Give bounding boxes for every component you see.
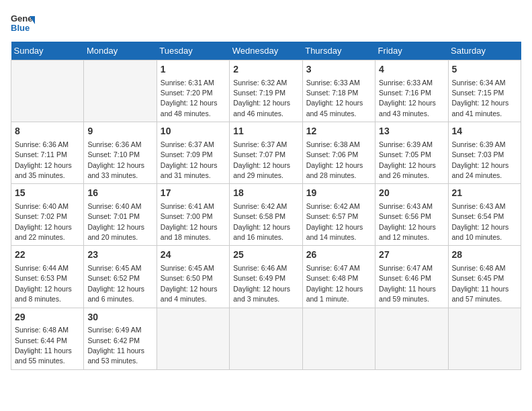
calendar-day: 9Sunrise: 6:36 AMSunset: 7:10 PMDaylight… bbox=[84, 122, 157, 184]
day-number: 22 bbox=[15, 248, 80, 262]
day-info: Sunrise: 6:49 AMSunset: 6:42 PMDaylight:… bbox=[87, 326, 144, 365]
calendar-day: 2Sunrise: 6:32 AMSunset: 7:19 PMDaylight… bbox=[230, 60, 302, 122]
day-number: 5 bbox=[452, 63, 517, 77]
calendar-day: 11Sunrise: 6:37 AMSunset: 7:07 PMDayligh… bbox=[230, 122, 302, 184]
day-info: Sunrise: 6:39 AMSunset: 7:03 PMDaylight:… bbox=[452, 140, 509, 179]
calendar-day: 28Sunrise: 6:48 AMSunset: 6:45 PMDayligh… bbox=[448, 246, 521, 308]
day-info: Sunrise: 6:37 AMSunset: 7:07 PMDaylight:… bbox=[233, 140, 290, 179]
day-number: 12 bbox=[306, 125, 371, 138]
day-info: Sunrise: 6:40 AMSunset: 7:01 PMDaylight:… bbox=[87, 202, 144, 241]
day-number: 27 bbox=[379, 248, 444, 262]
calendar-day: 5Sunrise: 6:34 AMSunset: 7:15 PMDaylight… bbox=[448, 60, 521, 122]
calendar-day: 4Sunrise: 6:33 AMSunset: 7:16 PMDaylight… bbox=[375, 60, 448, 122]
day-number: 18 bbox=[233, 187, 298, 200]
weekday-header: Thursday bbox=[302, 42, 375, 60]
day-info: Sunrise: 6:45 AMSunset: 6:50 PMDaylight:… bbox=[161, 264, 218, 303]
day-info: Sunrise: 6:43 AMSunset: 6:54 PMDaylight:… bbox=[452, 202, 509, 241]
calendar-day bbox=[11, 60, 84, 122]
logo: General Blue bbox=[11, 11, 35, 35]
weekday-header: Wednesday bbox=[230, 42, 302, 60]
calendar-day: 25Sunrise: 6:46 AMSunset: 6:49 PMDayligh… bbox=[230, 246, 302, 308]
day-info: Sunrise: 6:44 AMSunset: 6:53 PMDaylight:… bbox=[15, 264, 72, 303]
day-number: 9 bbox=[87, 125, 152, 138]
day-info: Sunrise: 6:43 AMSunset: 6:56 PMDaylight:… bbox=[379, 202, 436, 241]
day-info: Sunrise: 6:39 AMSunset: 7:05 PMDaylight:… bbox=[379, 140, 436, 179]
calendar-week-row: 22Sunrise: 6:44 AMSunset: 6:53 PMDayligh… bbox=[11, 246, 521, 308]
calendar-day: 30Sunrise: 6:49 AMSunset: 6:42 PMDayligh… bbox=[84, 308, 157, 369]
day-info: Sunrise: 6:46 AMSunset: 6:49 PMDaylight:… bbox=[233, 264, 290, 303]
day-number: 15 bbox=[15, 187, 80, 200]
weekday-header: Tuesday bbox=[157, 42, 229, 60]
calendar-week-row: 8Sunrise: 6:36 AMSunset: 7:11 PMDaylight… bbox=[11, 122, 521, 184]
day-info: Sunrise: 6:34 AMSunset: 7:15 PMDaylight:… bbox=[452, 79, 509, 118]
calendar-day: 17Sunrise: 6:41 AMSunset: 7:00 PMDayligh… bbox=[157, 184, 229, 246]
weekday-header: Sunday bbox=[11, 42, 84, 60]
day-number: 29 bbox=[15, 311, 80, 324]
day-number: 4 bbox=[379, 63, 444, 77]
day-info: Sunrise: 6:40 AMSunset: 7:02 PMDaylight:… bbox=[15, 202, 72, 241]
calendar-day: 10Sunrise: 6:37 AMSunset: 7:09 PMDayligh… bbox=[157, 122, 229, 184]
day-number: 13 bbox=[379, 125, 444, 138]
day-info: Sunrise: 6:32 AMSunset: 7:19 PMDaylight:… bbox=[233, 79, 290, 118]
calendar-table: SundayMondayTuesdayWednesdayThursdayFrid… bbox=[11, 42, 521, 370]
day-number: 11 bbox=[233, 125, 298, 138]
calendar-day: 22Sunrise: 6:44 AMSunset: 6:53 PMDayligh… bbox=[11, 246, 84, 308]
calendar-day: 19Sunrise: 6:42 AMSunset: 6:57 PMDayligh… bbox=[302, 184, 375, 246]
calendar-day: 13Sunrise: 6:39 AMSunset: 7:05 PMDayligh… bbox=[375, 122, 448, 184]
weekday-header-row: SundayMondayTuesdayWednesdayThursdayFrid… bbox=[11, 42, 521, 60]
calendar-day bbox=[375, 308, 448, 369]
day-number: 8 bbox=[15, 125, 80, 138]
day-number: 3 bbox=[306, 63, 371, 77]
calendar-week-row: 15Sunrise: 6:40 AMSunset: 7:02 PMDayligh… bbox=[11, 184, 521, 246]
calendar-week-row: 1Sunrise: 6:31 AMSunset: 7:20 PMDaylight… bbox=[11, 60, 521, 122]
calendar-day bbox=[302, 308, 375, 369]
day-number: 23 bbox=[87, 248, 152, 262]
day-number: 10 bbox=[161, 125, 226, 138]
calendar-day: 29Sunrise: 6:48 AMSunset: 6:44 PMDayligh… bbox=[11, 308, 84, 369]
calendar-day: 18Sunrise: 6:42 AMSunset: 6:58 PMDayligh… bbox=[230, 184, 302, 246]
calendar-week-row: 29Sunrise: 6:48 AMSunset: 6:44 PMDayligh… bbox=[11, 308, 521, 369]
day-info: Sunrise: 6:36 AMSunset: 7:10 PMDaylight:… bbox=[87, 140, 144, 179]
calendar-day: 23Sunrise: 6:45 AMSunset: 6:52 PMDayligh… bbox=[84, 246, 157, 308]
day-number: 30 bbox=[87, 311, 152, 324]
logo-icon: General Blue bbox=[11, 11, 35, 35]
calendar-day: 20Sunrise: 6:43 AMSunset: 6:56 PMDayligh… bbox=[375, 184, 448, 246]
day-number: 24 bbox=[161, 248, 226, 262]
calendar-day: 24Sunrise: 6:45 AMSunset: 6:50 PMDayligh… bbox=[157, 246, 229, 308]
svg-text:Blue: Blue bbox=[11, 23, 30, 33]
day-info: Sunrise: 6:37 AMSunset: 7:09 PMDaylight:… bbox=[161, 140, 218, 179]
day-info: Sunrise: 6:48 AMSunset: 6:45 PMDaylight:… bbox=[452, 264, 509, 303]
day-info: Sunrise: 6:47 AMSunset: 6:48 PMDaylight:… bbox=[306, 264, 363, 303]
day-number: 19 bbox=[306, 187, 371, 200]
day-info: Sunrise: 6:47 AMSunset: 6:46 PMDaylight:… bbox=[379, 264, 436, 303]
calendar-day bbox=[84, 60, 157, 122]
day-info: Sunrise: 6:33 AMSunset: 7:18 PMDaylight:… bbox=[306, 79, 363, 118]
day-info: Sunrise: 6:42 AMSunset: 6:57 PMDaylight:… bbox=[306, 202, 363, 241]
day-number: 16 bbox=[87, 187, 152, 200]
day-info: Sunrise: 6:45 AMSunset: 6:52 PMDaylight:… bbox=[87, 264, 144, 303]
calendar-day: 26Sunrise: 6:47 AMSunset: 6:48 PMDayligh… bbox=[302, 246, 375, 308]
day-number: 26 bbox=[306, 248, 371, 262]
calendar-day: 8Sunrise: 6:36 AMSunset: 7:11 PMDaylight… bbox=[11, 122, 84, 184]
day-info: Sunrise: 6:42 AMSunset: 6:58 PMDaylight:… bbox=[233, 202, 290, 241]
day-number: 1 bbox=[161, 63, 226, 77]
day-number: 2 bbox=[233, 63, 298, 77]
weekday-header: Saturday bbox=[448, 42, 521, 60]
day-number: 28 bbox=[452, 248, 517, 262]
calendar-day: 27Sunrise: 6:47 AMSunset: 6:46 PMDayligh… bbox=[375, 246, 448, 308]
calendar-day: 12Sunrise: 6:38 AMSunset: 7:06 PMDayligh… bbox=[302, 122, 375, 184]
day-number: 17 bbox=[161, 187, 226, 200]
calendar-day bbox=[230, 308, 302, 369]
weekday-header: Friday bbox=[375, 42, 448, 60]
calendar-day: 15Sunrise: 6:40 AMSunset: 7:02 PMDayligh… bbox=[11, 184, 84, 246]
calendar-day: 14Sunrise: 6:39 AMSunset: 7:03 PMDayligh… bbox=[448, 122, 521, 184]
day-info: Sunrise: 6:41 AMSunset: 7:00 PMDaylight:… bbox=[161, 202, 218, 241]
day-number: 21 bbox=[452, 187, 517, 200]
weekday-header: Monday bbox=[84, 42, 157, 60]
page-header: General Blue bbox=[11, 11, 521, 35]
calendar-day bbox=[448, 308, 521, 369]
calendar-day: 21Sunrise: 6:43 AMSunset: 6:54 PMDayligh… bbox=[448, 184, 521, 246]
day-info: Sunrise: 6:48 AMSunset: 6:44 PMDaylight:… bbox=[15, 326, 72, 365]
day-info: Sunrise: 6:33 AMSunset: 7:16 PMDaylight:… bbox=[379, 79, 436, 118]
calendar-day: 3Sunrise: 6:33 AMSunset: 7:18 PMDaylight… bbox=[302, 60, 375, 122]
